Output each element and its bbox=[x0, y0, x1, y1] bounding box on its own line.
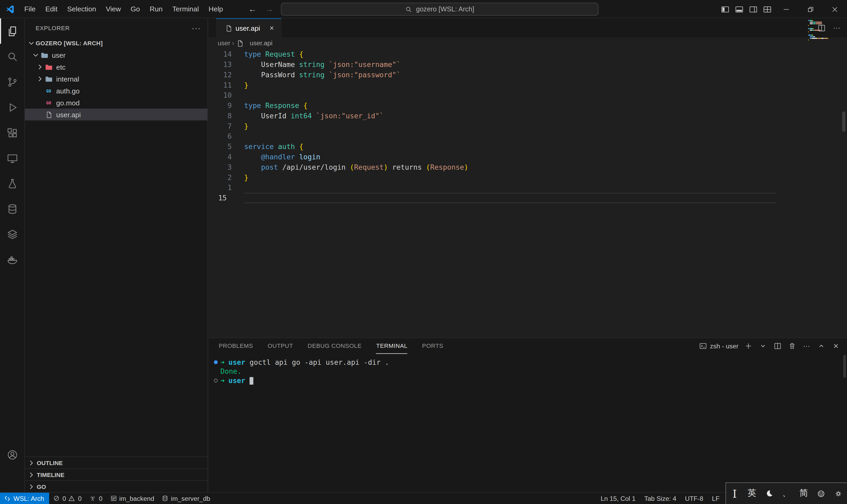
tab-label: user.api bbox=[236, 24, 260, 32]
tree-item-label: etc bbox=[56, 63, 66, 71]
tree-item-internal[interactable]: internal bbox=[25, 73, 208, 85]
activitybar-extensions[interactable] bbox=[0, 120, 24, 145]
tab-close-icon[interactable]: × bbox=[267, 23, 276, 33]
ime-moon-button[interactable] bbox=[763, 485, 775, 502]
toggle-panel-icon[interactable] bbox=[732, 2, 746, 16]
section-go[interactable]: GO bbox=[25, 480, 208, 492]
problems-status[interactable]: 0 0 bbox=[49, 492, 85, 504]
close-button[interactable] bbox=[823, 0, 847, 18]
connection-im-backend[interactable]: im_backend bbox=[106, 492, 158, 504]
menu-view[interactable]: View bbox=[101, 2, 126, 15]
layers-icon bbox=[6, 228, 18, 240]
chevron-right-icon bbox=[27, 458, 36, 467]
menu-file[interactable]: File bbox=[19, 2, 40, 15]
activitybar-testing[interactable] bbox=[0, 171, 24, 196]
panel-tab-debug-console[interactable]: DEBUG CONSOLE bbox=[308, 338, 362, 354]
code-line: 11} bbox=[209, 80, 847, 90]
tree-item-etc[interactable]: etc bbox=[25, 61, 208, 73]
menu-run[interactable]: Run bbox=[145, 2, 167, 15]
menu-edit[interactable]: Edit bbox=[40, 2, 62, 15]
menu-help[interactable]: Help bbox=[204, 2, 228, 15]
history-nav: ← → bbox=[249, 4, 273, 14]
editor-scrollbar[interactable] bbox=[842, 111, 845, 132]
code-line: 3 post /api/user/login (Request) returns… bbox=[209, 162, 847, 172]
menu-selection[interactable]: Selection bbox=[62, 2, 101, 15]
activitybar-source-control[interactable] bbox=[0, 69, 24, 94]
panel-scrollbar[interactable] bbox=[843, 355, 846, 378]
maximize-panel-icon[interactable] bbox=[816, 341, 826, 351]
section-timeline[interactable]: TIMELINE bbox=[25, 468, 208, 480]
workspace-name: GOZERO [WSL: ARCH] bbox=[36, 40, 103, 46]
new-terminal-icon[interactable] bbox=[743, 341, 753, 351]
menu-terminal[interactable]: Terminal bbox=[167, 2, 204, 15]
tree-item-auth-go[interactable]: GOauth.go bbox=[25, 85, 208, 96]
restore-button[interactable] bbox=[798, 0, 823, 18]
activitybar-accounts[interactable] bbox=[0, 442, 24, 467]
breadcrumb-file[interactable]: user.api bbox=[236, 39, 272, 48]
remote-indicator[interactable]: WSL: Arch bbox=[0, 492, 49, 504]
customize-layout-icon[interactable] bbox=[760, 2, 774, 16]
panel-more-actions-icon[interactable]: ··· bbox=[802, 341, 812, 351]
toggle-secondary-sidebar-icon[interactable] bbox=[746, 2, 760, 16]
minimize-button[interactable] bbox=[774, 0, 798, 18]
ime-emoji-button[interactable] bbox=[815, 485, 827, 502]
code-editor[interactable]: 14type Request {13 UserName string `json… bbox=[209, 49, 847, 203]
activitybar-run-debug[interactable] bbox=[0, 94, 24, 120]
status-cursor-position[interactable]: Ln 15, Col 1 bbox=[596, 492, 640, 504]
tree-item-user[interactable]: user bbox=[25, 49, 208, 61]
status-encoding[interactable]: UTF-8 bbox=[681, 492, 707, 504]
terminal-session-label[interactable]: zsh - user bbox=[699, 342, 738, 350]
minimap[interactable] bbox=[808, 20, 839, 43]
editor-group: user.api × ··· user › user.api 14type Re… bbox=[209, 18, 847, 338]
ime-mode-、[interactable]: 、 bbox=[780, 485, 792, 502]
kill-terminal-icon[interactable] bbox=[787, 341, 797, 351]
command-center[interactable]: gozero [WSL: Arch] bbox=[281, 3, 598, 16]
split-terminal-icon[interactable] bbox=[772, 341, 782, 351]
command-decoration-icon bbox=[214, 360, 218, 364]
extensions-icon bbox=[6, 127, 18, 139]
panel-tab-ports[interactable]: PORTS bbox=[422, 338, 443, 354]
line-number: 2 bbox=[209, 172, 232, 183]
back-arrow-icon[interactable]: ← bbox=[249, 4, 257, 14]
workspace-section-header[interactable]: GOZERO [WSL: ARCH] bbox=[25, 37, 208, 49]
folder-icon bbox=[44, 63, 53, 71]
code-line: 15 bbox=[209, 193, 847, 203]
status-eol[interactable]: LF bbox=[707, 492, 724, 504]
code-line: 2} bbox=[209, 172, 847, 183]
panel-tab-problems[interactable]: PROBLEMS bbox=[219, 338, 253, 354]
forward-arrow-icon[interactable]: → bbox=[265, 4, 273, 14]
terminal-dropdown-icon[interactable] bbox=[758, 341, 768, 351]
tree-item-user-api[interactable]: user.api bbox=[25, 109, 208, 121]
ime-mode-英[interactable]: 英 bbox=[746, 485, 758, 502]
tab-user-api[interactable]: user.api × bbox=[216, 18, 281, 37]
ime-mode-简[interactable]: 简 bbox=[798, 485, 810, 502]
ports-status[interactable]: 0 bbox=[86, 492, 106, 504]
line-number: 12 bbox=[209, 70, 232, 80]
activitybar-remote-explorer[interactable] bbox=[0, 145, 24, 171]
panel-tab-terminal[interactable]: TERMINAL bbox=[376, 338, 407, 354]
panel-tab-output[interactable]: OUTPUT bbox=[268, 338, 293, 354]
ime-gear-button[interactable] bbox=[832, 485, 844, 502]
status-bar: WSL: Arch 0 0 0 im_backend im_server_db … bbox=[0, 492, 847, 504]
close-panel-icon[interactable] bbox=[831, 341, 841, 351]
line-number: 6 bbox=[209, 131, 232, 142]
activitybar-layers[interactable] bbox=[0, 221, 24, 247]
status-tab-size[interactable]: Tab Size: 4 bbox=[640, 492, 681, 504]
activitybar-docker[interactable] bbox=[0, 247, 24, 272]
section-outline[interactable]: OUTLINE bbox=[25, 456, 208, 468]
connection-im-server-db[interactable]: im_server_db bbox=[158, 492, 214, 504]
activitybar-explorer[interactable] bbox=[0, 18, 24, 44]
terminal-content[interactable]: ➜user goctl api go -api user.api -dir .D… bbox=[209, 354, 847, 385]
code-line: 6 bbox=[209, 131, 847, 142]
line-number: 4 bbox=[209, 152, 232, 162]
explorer-more-actions-icon[interactable]: ··· bbox=[192, 23, 201, 32]
terminal-icon bbox=[699, 342, 707, 350]
code-line: 5service auth { bbox=[209, 142, 847, 152]
activitybar-database[interactable] bbox=[0, 196, 24, 221]
toggle-sidebar-icon[interactable] bbox=[718, 2, 732, 16]
activitybar-search[interactable] bbox=[0, 44, 24, 69]
breadcrumb-folder[interactable]: user bbox=[218, 39, 230, 47]
menu-go[interactable]: Go bbox=[126, 2, 145, 15]
connection-label: im_backend bbox=[119, 494, 154, 502]
tree-item-go-mod[interactable]: GOgo.mod bbox=[25, 96, 208, 109]
